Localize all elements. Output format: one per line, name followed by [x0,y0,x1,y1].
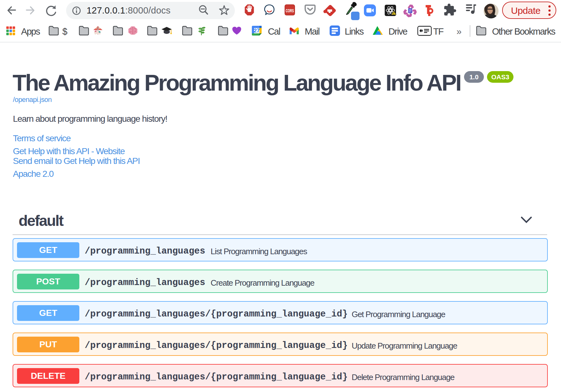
svg-text:CORS: CORS [286,8,294,13]
svg-text:27: 27 [254,28,260,34]
